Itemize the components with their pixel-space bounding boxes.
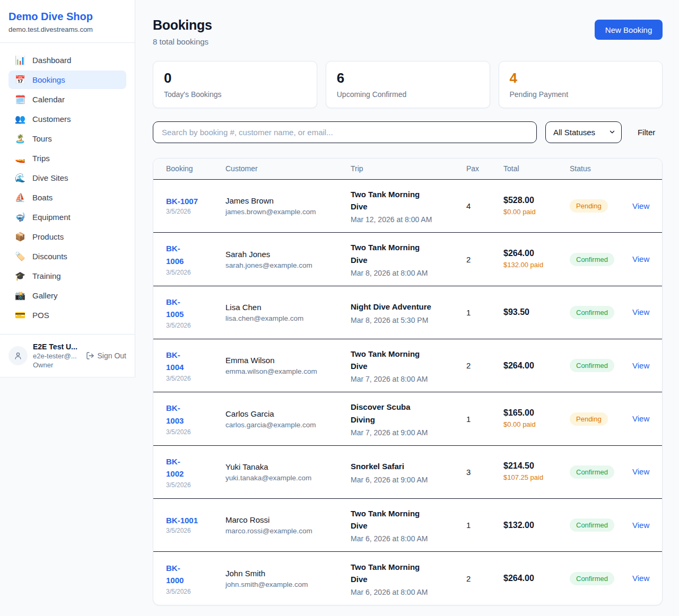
booking-id-link[interactable]: BK-1002	[166, 455, 190, 480]
pax-count: 1	[466, 308, 503, 317]
sidebar-item-customers[interactable]: 👥 Customers	[8, 110, 126, 128]
view-link[interactable]: View	[632, 307, 649, 316]
diving-mask-icon: 🤿	[15, 213, 25, 222]
booking-id-link[interactable]: BK-1001	[166, 516, 198, 525]
trip-datetime: Mar 6, 2026 at 8:00 AM	[351, 534, 466, 543]
table-row: BK-1005 3/5/2026 Lisa Chen lisa.chen@exa…	[153, 286, 662, 339]
trip-name: Snorkel Safari	[351, 460, 434, 472]
booking-date: 3/5/2026	[166, 322, 225, 329]
trip-name: Two Tank Morning Dive	[351, 348, 434, 373]
sailboat-icon: ⛵	[15, 193, 25, 202]
pax-count: 3	[466, 468, 503, 477]
sidebar-item-trips[interactable]: 🚤 Trips	[8, 149, 126, 168]
sidebar-item-label: Tours	[32, 134, 52, 143]
sidebar-item-tours[interactable]: 🏝️ Tours	[8, 129, 126, 148]
trip-datetime: Mar 8, 2026 at 8:00 AM	[351, 269, 466, 277]
sidebar-item-label: Dashboard	[32, 56, 71, 65]
new-booking-button[interactable]: New Booking	[595, 20, 663, 40]
user-info: E2E Test U... e2e-tester@... Owner	[33, 342, 81, 369]
table-header-row: Booking Customer Trip Pax Total Status	[153, 159, 662, 180]
total-amount: $264.00	[503, 361, 570, 371]
trip-name: Discover Scuba Diving	[351, 401, 434, 426]
pax-count: 2	[466, 574, 503, 583]
sidebar-item-gallery[interactable]: 📸 Gallery	[8, 286, 126, 305]
sidebar-item-bookings[interactable]: 📅 Bookings	[8, 71, 126, 89]
stat-value: 6	[337, 71, 479, 86]
booking-id-link[interactable]: BK-1003	[166, 402, 190, 427]
sidebar-item-calendar[interactable]: 🗓️ Calendar	[8, 90, 126, 109]
trip-datetime: Mar 12, 2026 at 8:00 AM	[351, 215, 466, 224]
column-header-customer: Customer	[225, 164, 351, 173]
sign-out-button[interactable]: Sign Out	[86, 351, 126, 360]
table-row: BK-1001 3/5/2026 Marco Rossi marco.rossi…	[153, 499, 662, 552]
booking-date: 3/5/2026	[166, 481, 225, 489]
column-header-status: Status	[570, 164, 632, 173]
pax-count: 2	[466, 255, 503, 264]
view-link[interactable]: View	[632, 574, 649, 583]
sidebar-item-boats[interactable]: ⛵ Boats	[8, 188, 126, 207]
sidebar-item-discounts[interactable]: 🏷️ Discounts	[8, 247, 126, 266]
table-row: BK-1007 3/5/2026 James Brown james.brown…	[153, 180, 662, 233]
view-link[interactable]: View	[632, 414, 649, 423]
sidebar-item-label: Equipment	[32, 213, 71, 222]
search-input[interactable]	[153, 121, 537, 143]
booking-id-link[interactable]: BK-1005	[166, 296, 190, 321]
status-badge: Confirmed	[570, 572, 614, 585]
user-role: Owner	[33, 361, 81, 369]
credit-card-icon: 💳	[15, 311, 25, 320]
sidebar-item-training[interactable]: 🎓 Training	[8, 267, 126, 285]
pax-count: 1	[466, 521, 503, 530]
status-filter-select[interactable]: All Statuses	[545, 121, 622, 143]
speedboat-icon: 🚤	[15, 154, 25, 163]
view-link[interactable]: View	[632, 467, 649, 476]
tag-icon: 🏷️	[15, 252, 25, 261]
sidebar-item-equipment[interactable]: 🤿 Equipment	[8, 208, 126, 226]
customer-name: James Brown	[225, 196, 351, 205]
view-link[interactable]: View	[632, 254, 649, 263]
stat-value: 0	[164, 71, 306, 86]
toolbar: All Statuses Filter	[153, 121, 663, 143]
sidebar-item-label: Dive Sites	[32, 173, 68, 182]
view-link[interactable]: View	[632, 521, 649, 530]
calendar-icon: 📅	[15, 76, 25, 84]
sidebar-item-dashboard[interactable]: 📊 Dashboard	[8, 51, 126, 69]
customer-email: sarah.jones@example.com	[225, 261, 351, 269]
spiral-calendar-icon: 🗓️	[15, 95, 25, 104]
pax-count: 2	[466, 361, 503, 370]
sidebar-item-pos[interactable]: 💳 POS	[8, 306, 126, 324]
trip-datetime: Mar 8, 2026 at 5:30 PM	[351, 316, 466, 324]
sidebar-item-dive-sites[interactable]: 🌊 Dive Sites	[8, 169, 126, 187]
booking-id-link[interactable]: BK-1004	[166, 349, 190, 374]
paid-amount: $132.00 paid	[503, 260, 546, 270]
status-badge: Confirmed	[570, 306, 614, 319]
customer-name: Lisa Chen	[225, 303, 351, 312]
trip-name: Two Tank Morning Dive	[351, 561, 434, 586]
stat-value: 4	[510, 71, 652, 86]
table-row: BK-1002 3/5/2026 Yuki Tanaka yuki.tanaka…	[153, 446, 662, 499]
avatar	[8, 346, 28, 365]
table-row: BK-1006 3/5/2026 Sarah Jones sarah.jones…	[153, 233, 662, 286]
view-link[interactable]: View	[632, 201, 649, 210]
customer-name: Sarah Jones	[225, 250, 351, 259]
pax-count: 4	[466, 201, 503, 210]
column-header-trip: Trip	[351, 164, 466, 173]
view-link[interactable]: View	[632, 361, 649, 370]
booking-id-link[interactable]: BK-1007	[166, 197, 198, 206]
booking-id-link[interactable]: BK-1006	[166, 242, 190, 267]
status-badge: Pending	[570, 199, 608, 213]
status-badge: Confirmed	[570, 359, 614, 372]
page-title: Bookings	[153, 17, 212, 33]
filter-button[interactable]: Filter	[630, 124, 663, 141]
customer-name: Marco Rossi	[225, 515, 351, 524]
sidebar-item-label: Bookings	[32, 75, 65, 84]
booking-id-link[interactable]: BK-1000	[166, 562, 190, 587]
total-amount: $264.00	[503, 574, 570, 583]
sidebar-item-label: Trips	[32, 154, 50, 163]
trip-name: Two Tank Morning Dive	[351, 507, 434, 532]
sidebar-item-products[interactable]: 📦 Products	[8, 227, 126, 246]
person-icon	[13, 351, 23, 360]
package-icon: 📦	[15, 233, 25, 241]
sidebar-item-label: Boats	[32, 193, 53, 202]
pax-count: 1	[466, 415, 503, 424]
customer-name: Emma Wilson	[225, 356, 351, 365]
